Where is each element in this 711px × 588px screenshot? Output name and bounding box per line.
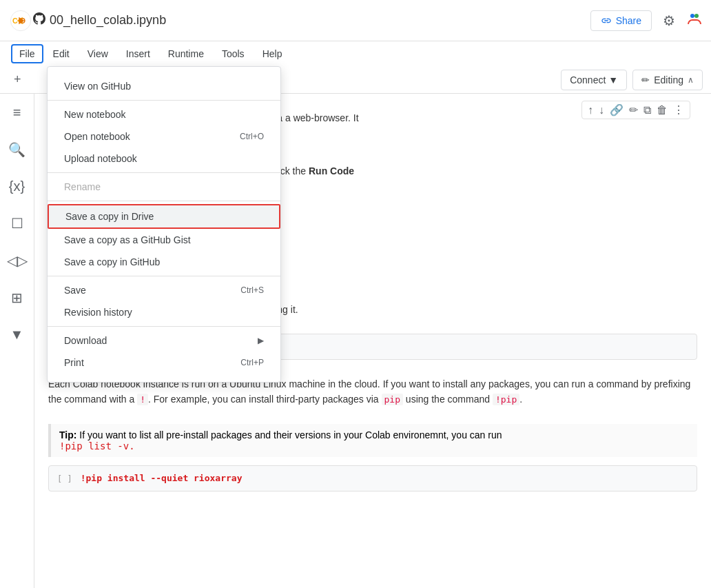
file-menu-group-1: View on GitHub (48, 72, 280, 101)
settings-icon[interactable]: ⚙ (663, 12, 675, 29)
sidebar-files-icon[interactable]: ☐ (7, 211, 28, 236)
file-menu-save-copy-drive[interactable]: Save a copy in Drive (48, 204, 280, 229)
add-cell-icon[interactable]: + (8, 70, 27, 90)
notebook-title-area: 00_hello_colab.ipynb (33, 12, 166, 28)
open-notebook-label: Open notebook (64, 131, 130, 142)
menu-tools[interactable]: Tools (214, 44, 253, 63)
file-menu-upload-notebook[interactable]: Upload notebook (48, 148, 280, 170)
connect-label: Connect (570, 74, 606, 85)
accounts-icon[interactable] (686, 10, 703, 30)
file-menu-view-github[interactable]: View on GitHub (48, 75, 280, 97)
file-menu-group-6: Download ▶ Print Ctrl+P (48, 327, 280, 376)
file-menu-download[interactable]: Download ▶ (48, 330, 280, 352)
share-label: Share (616, 15, 641, 26)
save-label: Save (64, 285, 86, 296)
tip-box: Tip: If you want to list all pre-install… (48, 424, 697, 457)
cell-number-2: [ ] (57, 473, 72, 484)
file-menu-group-3: Rename (48, 173, 280, 201)
file-menu-save-copy-gist[interactable]: Save a copy as a GitHub Gist (48, 229, 280, 251)
new-notebook-label: New notebook (64, 109, 126, 120)
copy-icon[interactable]: ⧉ (643, 104, 651, 116)
top-bar: C O 00_hello_colab.ipynb Share ⚙ (0, 0, 711, 41)
connect-dropdown-icon: ▼ (608, 74, 618, 85)
sidebar-expand-icon[interactable]: ▼ (6, 323, 28, 347)
view-github-label: View on GitHub (64, 81, 131, 92)
pencil-icon: ✏ (641, 74, 650, 85)
print-label: Print (64, 357, 84, 368)
colab-logo: C O (8, 8, 33, 33)
menu-edit[interactable]: Edit (45, 44, 78, 63)
file-menu-group-4: Save a copy in Drive Save a copy as a Gi… (48, 201, 280, 276)
file-menu-new-notebook[interactable]: New notebook (48, 103, 280, 125)
save-copy-github-label: Save a copy in GitHub (64, 256, 160, 267)
save-copy-gist-label: Save a copy as a GitHub Gist (64, 234, 191, 245)
link-icon[interactable]: 🔗 (610, 103, 624, 116)
sidebar-code-snippets-icon[interactable]: ◁▷ (3, 248, 32, 273)
upload-notebook-label: Upload notebook (64, 153, 137, 164)
file-dropdown-menu: View on GitHub New notebook Open noteboo… (47, 66, 281, 383)
revision-history-label: Revision history (64, 307, 132, 318)
file-menu-open-notebook[interactable]: Open notebook Ctrl+O (48, 125, 280, 148)
code-cell-2: [ ] !pip install --quiet rioxarray (48, 465, 697, 491)
open-notebook-shortcut: Ctrl+O (240, 132, 264, 141)
save-copy-drive-label: Save a copy in Drive (65, 211, 154, 222)
svg-point-3 (690, 14, 694, 18)
file-menu-save-copy-github[interactable]: Save a copy in GitHub (48, 251, 280, 273)
file-menu-group-5: Save Ctrl+S Revision history (48, 276, 280, 327)
connect-button[interactable]: Connect ▼ (561, 70, 627, 90)
svg-point-4 (694, 14, 699, 18)
sidebar: ≡ 🔍 {x} ☐ ◁▷ ⊞ ▼ (0, 94, 34, 588)
download-label: Download (64, 335, 107, 346)
share-button[interactable]: Share (590, 10, 652, 31)
top-right-controls: Share ⚙ (590, 10, 703, 31)
sidebar-terminal-icon[interactable]: ⊞ (7, 285, 27, 310)
move-down-icon[interactable]: ↓ (599, 104, 604, 116)
collapse-icon: ∧ (688, 75, 694, 85)
print-shortcut: Ctrl+P (240, 358, 264, 367)
menu-help[interactable]: Help (254, 44, 291, 63)
toolbar-left: + (8, 70, 27, 90)
code-pip-install: !pip install --quiet rioxarray (81, 473, 243, 483)
menu-insert[interactable]: Insert (118, 44, 158, 63)
save-shortcut: Ctrl+S (240, 285, 264, 295)
file-menu-group-2: New notebook Open notebook Ctrl+O Upload… (48, 101, 280, 173)
file-menu-revision-history[interactable]: Revision history (48, 301, 280, 323)
menu-view[interactable]: View (79, 44, 116, 63)
editing-button[interactable]: ✏ Editing ∧ (632, 70, 703, 90)
more-options-icon[interactable]: ⋮ (673, 103, 684, 116)
notebook-filename: 00_hello_colab.ipynb (50, 13, 166, 28)
tip-label: Tip: If you want to list all pre-install… (59, 429, 502, 452)
svg-text:C: C (12, 17, 18, 25)
edit-icon[interactable]: ✏ (629, 103, 638, 116)
github-icon (33, 12, 45, 28)
cell-toolbar: ↑ ↓ 🔗 ✏ ⧉ 🗑 ⋮ (581, 101, 690, 119)
editing-label: Editing (654, 74, 683, 85)
delete-icon[interactable]: 🗑 (657, 104, 668, 116)
download-submenu-icon: ▶ (258, 336, 264, 345)
sidebar-search-icon[interactable]: 🔍 (4, 137, 30, 162)
file-menu-save[interactable]: Save Ctrl+S (48, 279, 280, 301)
toolbar-right: Connect ▼ ✏ Editing ∧ (561, 70, 703, 90)
svg-text:O: O (20, 17, 25, 25)
sidebar-variables-icon[interactable]: {x} (5, 174, 29, 199)
menu-bar: File Edit View Insert Runtime Tools Help (0, 41, 711, 66)
menu-file[interactable]: File (11, 44, 43, 63)
file-menu-print[interactable]: Print Ctrl+P (48, 352, 280, 374)
rename-label: Rename (64, 181, 101, 192)
code-content-2: !pip install --quiet rioxarray (81, 473, 688, 483)
move-up-icon[interactable]: ↑ (588, 104, 593, 116)
sidebar-toc-icon[interactable]: ≡ (9, 101, 25, 125)
file-menu-rename: Rename (48, 176, 280, 198)
menu-runtime[interactable]: Runtime (160, 44, 212, 63)
